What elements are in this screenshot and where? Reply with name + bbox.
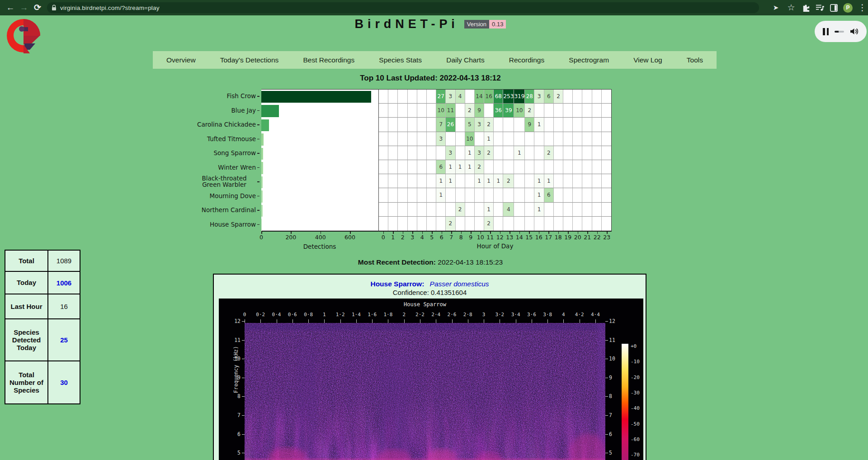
playlist-media-icon[interactable] <box>816 4 825 12</box>
side-panel-icon[interactable] <box>830 4 838 12</box>
url-bar[interactable]: virginia.birdnetpi.com/?stream=play <box>47 2 759 13</box>
heatmap-cell <box>592 104 602 118</box>
menu-overflow-icon[interactable]: ⋮ <box>858 0 864 15</box>
detections-bar <box>261 190 263 203</box>
heatmap-cell <box>544 118 554 132</box>
heatmap-cell <box>408 104 417 118</box>
heatmap-cell <box>602 217 611 231</box>
heatmap-cell: 2 <box>503 174 514 188</box>
page-header: BirdNET-Pi Version 0.13 <box>0 17 861 31</box>
heatmap-cell: 1 <box>436 188 446 202</box>
url-text: virginia.birdnetpi.com/?stream=play <box>60 5 160 11</box>
nav-item-overview[interactable]: Overview <box>166 56 196 64</box>
seek-bar[interactable] <box>835 31 844 33</box>
heatmap-cell <box>554 188 563 202</box>
heatmap-cell <box>417 174 427 188</box>
heatmap-cell: 3 <box>475 118 484 132</box>
nav-item-species-stats[interactable]: Species Stats <box>379 56 422 64</box>
freq-tick-mark <box>605 415 608 416</box>
heatmap-cell <box>602 160 611 174</box>
nav-item-daily-charts[interactable]: Daily Charts <box>446 56 484 64</box>
heatmap-cell: 10 <box>514 104 525 118</box>
heatmap-cell <box>436 203 446 217</box>
detections-bar <box>261 219 262 231</box>
heatmap-cell <box>554 118 563 132</box>
back-icon[interactable]: ← <box>4 0 17 15</box>
confidence-label: Confidence: <box>393 289 429 296</box>
stats-value-total-number-of-species[interactable]: 30 <box>48 361 80 403</box>
heatmap-cell <box>417 132 427 146</box>
stats-value-species-detected-today[interactable]: 25 <box>48 319 80 360</box>
hour-tick-label: 4 <box>420 234 424 241</box>
heatmap-cell <box>436 217 446 231</box>
pause-icon[interactable] <box>823 28 829 35</box>
heatmap-cell <box>582 217 592 231</box>
spectrogram-noise <box>245 323 605 460</box>
heatmap-cell <box>494 160 503 174</box>
heatmap-cell <box>417 118 427 132</box>
forward-icon[interactable]: → <box>17 0 31 15</box>
nav-item-recordings[interactable]: Recordings <box>509 56 544 64</box>
nav-item-spectrogram[interactable]: Spectrogram <box>569 56 609 64</box>
heatmap-cell <box>592 217 602 231</box>
species-label: Tufted Titmouse <box>207 136 256 142</box>
time-tick-label: 3·2 <box>495 312 504 318</box>
heatmap-cell: 4 <box>456 90 465 104</box>
heatmap-cell <box>417 160 427 174</box>
axis-tick <box>257 196 259 197</box>
heatmap-cell <box>398 146 407 160</box>
heatmap-cell <box>379 203 388 217</box>
heatmap-cell: 11 <box>446 104 455 118</box>
heatmap-cell <box>398 217 407 231</box>
profile-avatar[interactable]: P <box>843 3 853 13</box>
most-recent-detection: Most Recent Detection: 2022-04-13 18:15:… <box>0 258 861 266</box>
heatmap-cell <box>563 217 573 231</box>
species-label: Carolina Chickadee <box>197 122 256 128</box>
heatmap-cell <box>398 90 407 104</box>
top10-heading: Top 10 Last Updated: 2022-04-13 18:12 <box>0 74 861 83</box>
nav-item-today-s-detections[interactable]: Today's Detections <box>220 56 279 64</box>
heatmap-cell <box>554 160 563 174</box>
heatmap-cell <box>465 90 475 104</box>
reload-icon[interactable]: ⟳ <box>31 0 44 15</box>
heatmap-cell <box>554 174 563 188</box>
species-label: Black-throated Green Warbler <box>193 175 256 188</box>
nav-item-tools[interactable]: Tools <box>687 56 703 64</box>
spectrogram-title: House Sparrow <box>245 301 605 308</box>
time-tick-mark <box>404 319 405 323</box>
stats-value-today[interactable]: 1006 <box>48 272 80 294</box>
species-row: House Sparrow <box>163 218 259 232</box>
species-common-name-link[interactable]: House Sparrow: <box>370 280 424 288</box>
species-label: Blue Jay <box>231 108 256 114</box>
time-tick-mark <box>260 319 261 323</box>
extensions-puzzle-icon[interactable] <box>802 4 810 12</box>
heatmap-cell: 2 <box>525 104 534 118</box>
heatmap-cell <box>554 203 563 217</box>
heatmap-cell <box>525 188 534 202</box>
hour-tick-label: 20 <box>574 234 581 241</box>
time-tick-mark <box>388 319 388 323</box>
send-icon[interactable]: ➤ <box>771 0 781 15</box>
heatmap-cell <box>534 104 544 118</box>
freq-tick-label: 5 <box>229 450 241 456</box>
heatmap-cell <box>388 118 398 132</box>
freq-tick-label: 7 <box>229 412 241 418</box>
time-tick-mark <box>292 319 293 323</box>
species-label: Winter Wren <box>218 165 256 171</box>
heatmap-cell <box>388 160 398 174</box>
time-tick-label: 2·4 <box>431 312 440 318</box>
audio-player[interactable] <box>815 21 867 42</box>
time-tick-mark <box>420 319 420 323</box>
heatmap-cell <box>408 90 417 104</box>
bookmark-star-icon[interactable]: ☆ <box>786 0 796 15</box>
freq-tick-label: 9 <box>609 375 621 381</box>
heatmap-cell <box>408 132 417 146</box>
heatmap-cell <box>592 174 602 188</box>
heatmap-cell <box>554 104 563 118</box>
heatmap-cell <box>573 188 582 202</box>
volume-icon[interactable] <box>850 28 859 35</box>
stats-row: Last Hour16 <box>5 294 80 319</box>
nav-item-best-recordings[interactable]: Best Recordings <box>303 56 354 64</box>
nav-item-view-log[interactable]: View Log <box>633 56 662 64</box>
hour-tick-label: 5 <box>430 234 434 241</box>
